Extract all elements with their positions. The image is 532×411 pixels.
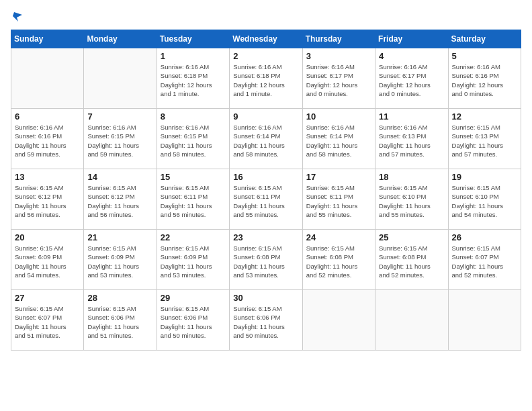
- day-number: 28: [87, 293, 152, 303]
- day-info: Sunrise: 6:15 AM Sunset: 6:12 PM Dayligh…: [87, 183, 152, 219]
- day-number: 13: [15, 172, 80, 182]
- calendar-day-cell: 22Sunrise: 6:15 AM Sunset: 6:09 PM Dayli…: [157, 230, 229, 290]
- day-of-week-header: Monday: [84, 30, 157, 48]
- day-number: 4: [379, 51, 444, 61]
- day-number: 8: [161, 111, 226, 122]
- day-info: Sunrise: 6:16 AM Sunset: 6:18 PM Dayligh…: [233, 62, 298, 98]
- day-number: 20: [15, 232, 80, 242]
- calendar-day-cell: 6Sunrise: 6:16 AM Sunset: 6:16 PM Daylig…: [11, 109, 84, 169]
- day-info: Sunrise: 6:15 AM Sunset: 6:08 PM Dayligh…: [379, 244, 444, 279]
- day-info: Sunrise: 6:16 AM Sunset: 6:16 PM Dayligh…: [452, 62, 517, 98]
- calendar-week-row: 20Sunrise: 6:15 AM Sunset: 6:09 PM Dayli…: [11, 230, 521, 290]
- day-number: 21: [87, 232, 152, 242]
- calendar-day-cell: 24Sunrise: 6:15 AM Sunset: 6:08 PM Dayli…: [302, 230, 375, 290]
- day-info: Sunrise: 6:16 AM Sunset: 6:17 PM Dayligh…: [306, 62, 371, 98]
- day-info: Sunrise: 6:16 AM Sunset: 6:16 PM Dayligh…: [15, 123, 80, 158]
- calendar-day-cell: 20Sunrise: 6:15 AM Sunset: 6:09 PM Dayli…: [11, 230, 84, 290]
- day-number: 30: [233, 293, 298, 303]
- calendar-day-cell: [302, 290, 375, 351]
- calendar-day-cell: [84, 48, 157, 109]
- day-number: 27: [15, 293, 80, 303]
- calendar-day-cell: [375, 290, 448, 351]
- day-info: Sunrise: 6:16 AM Sunset: 6:14 PM Dayligh…: [306, 123, 371, 158]
- day-number: 17: [306, 172, 371, 182]
- calendar-day-cell: 10Sunrise: 6:16 AM Sunset: 6:14 PM Dayli…: [302, 109, 375, 169]
- day-info: Sunrise: 6:15 AM Sunset: 6:08 PM Dayligh…: [233, 244, 298, 279]
- day-number: 10: [306, 111, 371, 122]
- page-header: [11, 11, 521, 21]
- calendar-day-cell: 3Sunrise: 6:16 AM Sunset: 6:17 PM Daylig…: [302, 48, 375, 109]
- calendar-week-row: 1Sunrise: 6:16 AM Sunset: 6:18 PM Daylig…: [11, 48, 521, 109]
- day-info: Sunrise: 6:15 AM Sunset: 6:12 PM Dayligh…: [15, 183, 80, 219]
- calendar-day-cell: 28Sunrise: 6:15 AM Sunset: 6:06 PM Dayli…: [84, 290, 157, 351]
- calendar-day-cell: 27Sunrise: 6:15 AM Sunset: 6:07 PM Dayli…: [11, 290, 84, 351]
- calendar-day-cell: 30Sunrise: 6:15 AM Sunset: 6:06 PM Dayli…: [230, 290, 302, 351]
- day-number: 23: [233, 232, 298, 242]
- calendar-day-cell: 23Sunrise: 6:15 AM Sunset: 6:08 PM Dayli…: [230, 230, 302, 290]
- day-number: 18: [379, 172, 444, 182]
- calendar-day-cell: 25Sunrise: 6:15 AM Sunset: 6:08 PM Dayli…: [375, 230, 448, 290]
- day-info: Sunrise: 6:15 AM Sunset: 6:06 PM Dayligh…: [161, 304, 226, 340]
- day-number: 14: [87, 172, 152, 182]
- day-info: Sunrise: 6:15 AM Sunset: 6:07 PM Dayligh…: [15, 304, 80, 340]
- day-of-week-header: Tuesday: [157, 30, 229, 48]
- day-number: 29: [161, 293, 226, 303]
- day-info: Sunrise: 6:15 AM Sunset: 6:08 PM Dayligh…: [306, 244, 371, 279]
- logo-bird-icon: [11, 11, 22, 21]
- day-number: 1: [161, 51, 226, 61]
- day-number: 16: [233, 172, 298, 182]
- svg-marker-0: [13, 12, 22, 21]
- calendar-header-row: SundayMondayTuesdayWednesdayThursdayFrid…: [11, 30, 521, 48]
- day-info: Sunrise: 6:15 AM Sunset: 6:10 PM Dayligh…: [452, 183, 517, 219]
- day-info: Sunrise: 6:16 AM Sunset: 6:14 PM Dayligh…: [233, 123, 298, 158]
- day-number: 25: [379, 232, 444, 242]
- calendar-day-cell: 4Sunrise: 6:16 AM Sunset: 6:17 PM Daylig…: [375, 48, 448, 109]
- calendar-day-cell: 5Sunrise: 6:16 AM Sunset: 6:16 PM Daylig…: [448, 48, 521, 109]
- day-info: Sunrise: 6:15 AM Sunset: 6:11 PM Dayligh…: [161, 183, 226, 219]
- calendar-day-cell: 18Sunrise: 6:15 AM Sunset: 6:10 PM Dayli…: [375, 169, 448, 230]
- day-number: 19: [452, 172, 517, 182]
- calendar-day-cell: 12Sunrise: 6:15 AM Sunset: 6:13 PM Dayli…: [448, 109, 521, 169]
- calendar-week-row: 13Sunrise: 6:15 AM Sunset: 6:12 PM Dayli…: [11, 169, 521, 230]
- day-info: Sunrise: 6:15 AM Sunset: 6:09 PM Dayligh…: [87, 244, 152, 279]
- day-info: Sunrise: 6:15 AM Sunset: 6:11 PM Dayligh…: [233, 183, 298, 219]
- calendar-table: SundayMondayTuesdayWednesdayThursdayFrid…: [11, 30, 521, 351]
- day-of-week-header: Friday: [375, 30, 448, 48]
- calendar-day-cell: 17Sunrise: 6:15 AM Sunset: 6:11 PM Dayli…: [302, 169, 375, 230]
- day-info: Sunrise: 6:15 AM Sunset: 6:07 PM Dayligh…: [452, 244, 517, 279]
- calendar-day-cell: 2Sunrise: 6:16 AM Sunset: 6:18 PM Daylig…: [230, 48, 302, 109]
- day-number: 6: [15, 111, 80, 122]
- day-info: Sunrise: 6:16 AM Sunset: 6:15 PM Dayligh…: [161, 123, 226, 158]
- calendar-week-row: 6Sunrise: 6:16 AM Sunset: 6:16 PM Daylig…: [11, 109, 521, 169]
- day-of-week-header: Saturday: [448, 30, 521, 48]
- day-number: 24: [306, 232, 371, 242]
- calendar-day-cell: 9Sunrise: 6:16 AM Sunset: 6:14 PM Daylig…: [230, 109, 302, 169]
- calendar-day-cell: 14Sunrise: 6:15 AM Sunset: 6:12 PM Dayli…: [84, 169, 157, 230]
- calendar-week-row: 27Sunrise: 6:15 AM Sunset: 6:07 PM Dayli…: [11, 290, 521, 351]
- day-info: Sunrise: 6:15 AM Sunset: 6:10 PM Dayligh…: [379, 183, 444, 219]
- day-of-week-header: Thursday: [302, 30, 375, 48]
- day-number: 22: [161, 232, 226, 242]
- day-info: Sunrise: 6:15 AM Sunset: 6:09 PM Dayligh…: [161, 244, 226, 279]
- day-number: 7: [87, 111, 152, 122]
- calendar-day-cell: 1Sunrise: 6:16 AM Sunset: 6:18 PM Daylig…: [157, 48, 229, 109]
- day-info: Sunrise: 6:16 AM Sunset: 6:13 PM Dayligh…: [379, 123, 444, 158]
- day-number: 2: [233, 51, 298, 61]
- day-number: 11: [379, 111, 444, 122]
- day-number: 3: [306, 51, 371, 61]
- day-number: 15: [161, 172, 226, 182]
- logo: [11, 11, 23, 21]
- calendar-day-cell: 13Sunrise: 6:15 AM Sunset: 6:12 PM Dayli…: [11, 169, 84, 230]
- day-number: 12: [452, 111, 517, 122]
- calendar-day-cell: 26Sunrise: 6:15 AM Sunset: 6:07 PM Dayli…: [448, 230, 521, 290]
- calendar-day-cell: 11Sunrise: 6:16 AM Sunset: 6:13 PM Dayli…: [375, 109, 448, 169]
- calendar-day-cell: [11, 48, 84, 109]
- calendar-day-cell: 15Sunrise: 6:15 AM Sunset: 6:11 PM Dayli…: [157, 169, 229, 230]
- day-info: Sunrise: 6:16 AM Sunset: 6:15 PM Dayligh…: [87, 123, 152, 158]
- calendar-day-cell: 29Sunrise: 6:15 AM Sunset: 6:06 PM Dayli…: [157, 290, 229, 351]
- day-of-week-header: Wednesday: [230, 30, 302, 48]
- calendar-day-cell: [448, 290, 521, 351]
- day-info: Sunrise: 6:16 AM Sunset: 6:18 PM Dayligh…: [161, 62, 226, 98]
- day-number: 9: [233, 111, 298, 122]
- day-number: 5: [452, 51, 517, 61]
